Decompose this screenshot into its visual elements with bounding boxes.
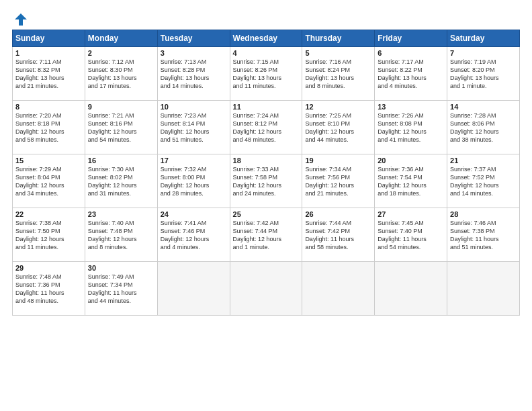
calendar-cell: 8Sunrise: 7:20 AMSunset: 8:18 PMDaylight… <box>13 101 85 154</box>
day-info: Sunrise: 7:30 AMSunset: 8:02 PMDaylight:… <box>88 165 154 198</box>
day-info: Sunrise: 7:42 AMSunset: 7:44 PMDaylight:… <box>233 219 300 252</box>
day-number: 23 <box>88 210 154 218</box>
day-number: 28 <box>450 210 517 218</box>
day-info: Sunrise: 7:12 AMSunset: 8:30 PMDaylight:… <box>88 58 154 91</box>
day-number: 18 <box>233 156 300 165</box>
header <box>12 12 520 24</box>
weekday-header-friday: Friday <box>375 30 447 47</box>
day-info: Sunrise: 7:13 AMSunset: 8:28 PMDaylight:… <box>161 58 227 91</box>
weekday-header-row: SundayMondayTuesdayWednesdayThursdayFrid… <box>13 30 520 47</box>
week-row-4: 22Sunrise: 7:38 AMSunset: 7:50 PMDayligh… <box>13 208 520 262</box>
calendar-cell: 10Sunrise: 7:23 AMSunset: 8:14 PMDayligh… <box>157 101 230 154</box>
day-number: 12 <box>305 103 371 111</box>
calendar-cell: 16Sunrise: 7:30 AMSunset: 8:02 PMDayligh… <box>85 154 157 208</box>
day-number: 17 <box>161 156 227 165</box>
calendar-cell: 12Sunrise: 7:25 AMSunset: 8:10 PMDayligh… <box>302 101 375 154</box>
calendar-cell <box>157 262 230 316</box>
day-number: 22 <box>15 210 82 218</box>
calendar-cell <box>375 262 447 316</box>
day-info: Sunrise: 7:17 AMSunset: 8:22 PMDaylight:… <box>378 58 444 91</box>
day-info: Sunrise: 7:29 AMSunset: 8:04 PMDaylight:… <box>15 165 82 198</box>
day-number: 1 <box>15 49 82 57</box>
day-number: 19 <box>305 156 371 165</box>
calendar-cell: 3Sunrise: 7:13 AMSunset: 8:28 PMDaylight… <box>157 47 230 101</box>
week-row-5: 29Sunrise: 7:48 AMSunset: 7:36 PMDayligh… <box>13 262 520 316</box>
day-number: 10 <box>161 103 227 111</box>
day-number: 6 <box>378 49 444 57</box>
calendar-cell <box>302 262 375 316</box>
calendar-cell: 25Sunrise: 7:42 AMSunset: 7:44 PMDayligh… <box>230 208 302 262</box>
day-info: Sunrise: 7:36 AMSunset: 7:54 PMDaylight:… <box>378 165 444 198</box>
day-info: Sunrise: 7:38 AMSunset: 7:50 PMDaylight:… <box>15 219 82 252</box>
calendar-cell: 5Sunrise: 7:16 AMSunset: 8:24 PMDaylight… <box>302 47 375 101</box>
calendar-cell <box>447 262 520 316</box>
calendar-cell: 20Sunrise: 7:36 AMSunset: 7:54 PMDayligh… <box>375 154 447 208</box>
calendar-cell: 13Sunrise: 7:26 AMSunset: 8:08 PMDayligh… <box>375 101 447 154</box>
calendar-cell: 2Sunrise: 7:12 AMSunset: 8:30 PMDaylight… <box>85 47 157 101</box>
day-number: 8 <box>15 103 82 111</box>
calendar-table: SundayMondayTuesdayWednesdayThursdayFrid… <box>12 30 520 316</box>
day-number: 29 <box>15 264 82 272</box>
day-info: Sunrise: 7:44 AMSunset: 7:42 PMDaylight:… <box>305 219 371 252</box>
day-info: Sunrise: 7:26 AMSunset: 8:08 PMDaylight:… <box>378 111 444 144</box>
day-number: 5 <box>305 49 371 57</box>
day-info: Sunrise: 7:15 AMSunset: 8:26 PMDaylight:… <box>233 58 300 91</box>
day-number: 3 <box>161 49 227 57</box>
day-info: Sunrise: 7:32 AMSunset: 8:00 PMDaylight:… <box>161 165 227 198</box>
calendar-cell: 21Sunrise: 7:37 AMSunset: 7:52 PMDayligh… <box>447 154 520 208</box>
day-info: Sunrise: 7:16 AMSunset: 8:24 PMDaylight:… <box>305 58 371 91</box>
calendar-cell: 15Sunrise: 7:29 AMSunset: 8:04 PMDayligh… <box>13 154 85 208</box>
day-number: 30 <box>88 264 154 272</box>
weekday-header-thursday: Thursday <box>302 30 375 47</box>
day-info: Sunrise: 7:49 AMSunset: 7:34 PMDaylight:… <box>88 273 154 306</box>
day-number: 27 <box>378 210 444 218</box>
calendar-cell: 9Sunrise: 7:21 AMSunset: 8:16 PMDaylight… <box>85 101 157 154</box>
day-info: Sunrise: 7:40 AMSunset: 7:48 PMDaylight:… <box>88 219 154 252</box>
day-number: 2 <box>88 49 154 57</box>
day-info: Sunrise: 7:23 AMSunset: 8:14 PMDaylight:… <box>161 111 227 144</box>
calendar-cell: 7Sunrise: 7:19 AMSunset: 8:20 PMDaylight… <box>447 47 520 101</box>
day-number: 4 <box>233 49 300 57</box>
calendar-cell: 26Sunrise: 7:44 AMSunset: 7:42 PMDayligh… <box>302 208 375 262</box>
calendar-cell: 17Sunrise: 7:32 AMSunset: 8:00 PMDayligh… <box>157 154 230 208</box>
calendar-cell: 23Sunrise: 7:40 AMSunset: 7:48 PMDayligh… <box>85 208 157 262</box>
day-info: Sunrise: 7:28 AMSunset: 8:06 PMDaylight:… <box>450 111 517 144</box>
day-info: Sunrise: 7:24 AMSunset: 8:12 PMDaylight:… <box>233 111 300 144</box>
calendar-cell: 4Sunrise: 7:15 AMSunset: 8:26 PMDaylight… <box>230 47 302 101</box>
day-number: 9 <box>88 103 154 111</box>
calendar-cell: 19Sunrise: 7:34 AMSunset: 7:56 PMDayligh… <box>302 154 375 208</box>
day-info: Sunrise: 7:25 AMSunset: 8:10 PMDaylight:… <box>305 111 371 144</box>
day-info: Sunrise: 7:11 AMSunset: 8:32 PMDaylight:… <box>15 58 82 91</box>
day-info: Sunrise: 7:20 AMSunset: 8:18 PMDaylight:… <box>15 111 82 144</box>
calendar-cell: 24Sunrise: 7:41 AMSunset: 7:46 PMDayligh… <box>157 208 230 262</box>
logo-icon <box>13 12 28 27</box>
calendar-cell: 30Sunrise: 7:49 AMSunset: 7:34 PMDayligh… <box>85 262 157 316</box>
calendar-cell: 29Sunrise: 7:48 AMSunset: 7:36 PMDayligh… <box>13 262 85 316</box>
day-info: Sunrise: 7:37 AMSunset: 7:52 PMDaylight:… <box>450 165 517 198</box>
weekday-header-wednesday: Wednesday <box>230 30 302 47</box>
day-number: 21 <box>450 156 517 165</box>
day-info: Sunrise: 7:33 AMSunset: 7:58 PMDaylight:… <box>233 165 300 198</box>
calendar-cell <box>230 262 302 316</box>
day-info: Sunrise: 7:46 AMSunset: 7:38 PMDaylight:… <box>450 219 517 252</box>
calendar-cell: 27Sunrise: 7:45 AMSunset: 7:40 PMDayligh… <box>375 208 447 262</box>
calendar-cell: 11Sunrise: 7:24 AMSunset: 8:12 PMDayligh… <box>230 101 302 154</box>
logo <box>12 12 28 24</box>
page: SundayMondayTuesdayWednesdayThursdayFrid… <box>0 0 532 411</box>
day-number: 13 <box>378 103 444 111</box>
day-number: 16 <box>88 156 154 165</box>
weekday-header-saturday: Saturday <box>447 30 520 47</box>
day-info: Sunrise: 7:21 AMSunset: 8:16 PMDaylight:… <box>88 111 154 144</box>
week-row-2: 8Sunrise: 7:20 AMSunset: 8:18 PMDaylight… <box>13 101 520 154</box>
calendar-cell: 18Sunrise: 7:33 AMSunset: 7:58 PMDayligh… <box>230 154 302 208</box>
day-number: 14 <box>450 103 517 111</box>
weekday-header-sunday: Sunday <box>13 30 85 47</box>
day-info: Sunrise: 7:34 AMSunset: 7:56 PMDaylight:… <box>305 165 371 198</box>
svg-marker-0 <box>15 13 27 26</box>
day-info: Sunrise: 7:41 AMSunset: 7:46 PMDaylight:… <box>161 219 227 252</box>
day-number: 15 <box>15 156 82 165</box>
day-info: Sunrise: 7:45 AMSunset: 7:40 PMDaylight:… <box>378 219 444 252</box>
day-info: Sunrise: 7:19 AMSunset: 8:20 PMDaylight:… <box>450 58 517 91</box>
calendar-cell: 6Sunrise: 7:17 AMSunset: 8:22 PMDaylight… <box>375 47 447 101</box>
weekday-header-monday: Monday <box>85 30 157 47</box>
